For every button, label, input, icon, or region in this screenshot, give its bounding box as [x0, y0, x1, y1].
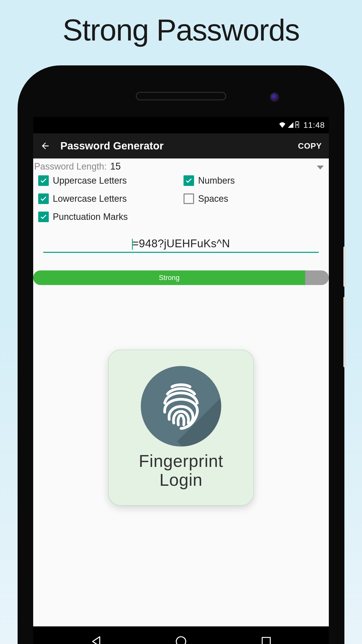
length-value: 15 [110, 161, 121, 172]
checkbox-checked-icon [38, 175, 49, 186]
battery-charging-icon [295, 121, 299, 130]
app-bar-title: Password Generator [60, 140, 297, 152]
fingerprint-text: Fingerprint Login [139, 452, 223, 489]
strength-fill: Strong [33, 270, 305, 285]
password-input[interactable]: =948?jUEHFuKs^N [43, 237, 319, 253]
content-area: Password Length: 15 Uppercase Letters [33, 158, 329, 626]
square-recents-icon [261, 637, 271, 644]
length-row[interactable]: Password Length: 15 [33, 158, 329, 174]
arrow-back-icon [40, 141, 50, 151]
promo-title-bold: Strong [63, 13, 149, 47]
option-label: Spaces [198, 193, 228, 204]
nav-back-button[interactable] [88, 634, 103, 644]
phone-frame: 11:48 Password Generator COPY Password L… [18, 65, 344, 644]
fingerprint-card[interactable]: Fingerprint Login [108, 350, 254, 506]
svg-point-2 [176, 637, 186, 644]
option-label: Punctuation Marks [53, 212, 128, 222]
copy-button[interactable]: COPY [297, 139, 323, 153]
phone-camera [270, 93, 279, 102]
option-label: Lowercase Letters [53, 193, 127, 204]
option-uppercase[interactable]: Uppercase Letters [38, 175, 178, 186]
phone-volume-button [343, 297, 346, 367]
option-lowercase[interactable]: Lowercase Letters [38, 193, 178, 204]
checkbox-unchecked-icon [184, 193, 194, 204]
strength-bar: Strong [33, 270, 329, 285]
fingerprint-line1: Fingerprint [139, 452, 223, 470]
dropdown-icon [317, 161, 324, 172]
option-label: Uppercase Letters [53, 175, 127, 186]
wifi-icon [279, 121, 286, 130]
nav-recents-button[interactable] [259, 634, 274, 644]
back-button[interactable] [39, 140, 51, 152]
checkbox-checked-icon [38, 212, 49, 222]
password-field-row: =948?jUEHFuKs^N [33, 227, 329, 253]
option-spaces[interactable]: Spaces [184, 193, 324, 204]
fingerprint-icon [158, 381, 204, 431]
triangle-back-icon [91, 636, 101, 644]
option-punctuation[interactable]: Punctuation Marks [38, 212, 181, 222]
status-bar: 11:48 [33, 117, 329, 133]
promo-title-light: Passwords [156, 13, 299, 47]
length-label: Password Length: [34, 161, 107, 172]
checkbox-checked-icon [184, 175, 194, 186]
checkbox-checked-icon [38, 193, 49, 204]
password-value: =948?jUEHFuKs^N [132, 237, 230, 250]
status-time: 11:48 [303, 120, 325, 130]
nav-bar [33, 626, 329, 644]
circle-home-icon [175, 636, 187, 644]
nav-home-button[interactable] [173, 634, 189, 644]
options-grid: Uppercase Letters Numbers Lowercase Lett… [33, 174, 329, 227]
phone-power-button [343, 247, 346, 287]
option-label: Numbers [198, 175, 235, 186]
option-numbers[interactable]: Numbers [184, 175, 324, 186]
screen: 11:48 Password Generator COPY Password L… [33, 117, 329, 644]
svg-rect-3 [262, 637, 270, 644]
app-bar: Password Generator COPY [33, 133, 329, 158]
signal-icon [287, 121, 293, 130]
fingerprint-line2: Login [139, 470, 223, 489]
phone-speaker [136, 92, 226, 100]
svg-rect-1 [296, 121, 298, 122]
strength-label: Strong [159, 274, 180, 282]
promo-title: Strong Passwords [0, 0, 362, 47]
fingerprint-circle [141, 366, 221, 447]
